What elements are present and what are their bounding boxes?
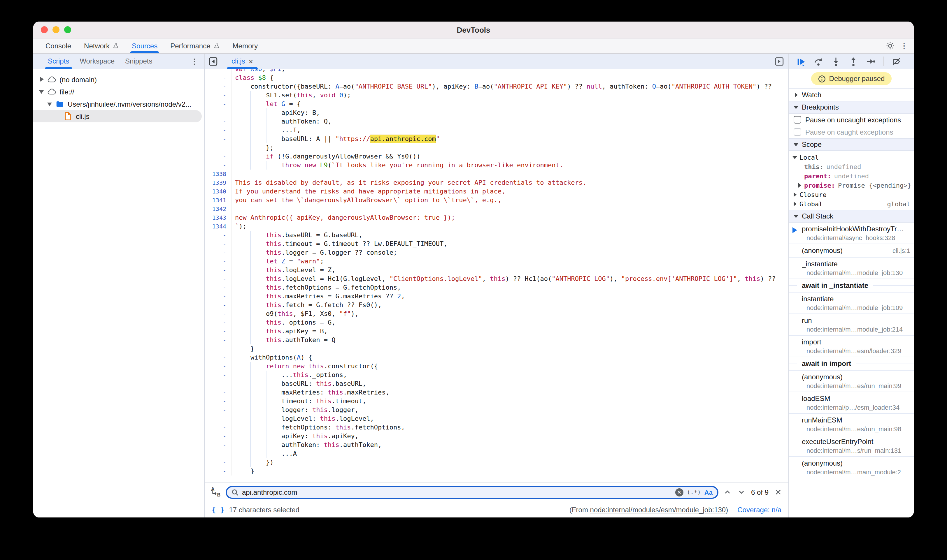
code-line-content[interactable]: this.logLevel = Z, xyxy=(231,266,788,274)
line-number[interactable]: - xyxy=(205,309,231,318)
tree-caret-icon[interactable] xyxy=(793,192,797,197)
code-line-content[interactable]: this.logger = G.logger ?? console; xyxy=(231,248,788,257)
panel-tab-network[interactable]: Network xyxy=(77,38,125,53)
code-line-content[interactable]: }; xyxy=(231,143,788,152)
code-line-content[interactable]: baseURL: A || "https://api.anthropic.com… xyxy=(231,135,788,143)
tree-caret-icon[interactable] xyxy=(793,155,797,160)
line-number[interactable]: - xyxy=(205,91,231,100)
code-line-content[interactable]: apiKey: this.apiKey, xyxy=(231,432,788,440)
navigator-more-icon[interactable]: ⋮ xyxy=(191,54,204,69)
code-line-content[interactable]: ...I, xyxy=(231,126,788,135)
code-line-content[interactable]: this.apiKey = B, xyxy=(231,327,788,335)
code-line-content[interactable]: $F1.set(this, void 0); xyxy=(231,91,788,100)
search-input[interactable] xyxy=(242,488,672,496)
line-number[interactable]: - xyxy=(205,126,231,135)
call-stack-frame[interactable]: importnode:internal/m…esm/loader:329 xyxy=(789,335,914,357)
line-number[interactable]: - xyxy=(205,74,231,82)
line-number[interactable]: - xyxy=(205,327,231,335)
line-number[interactable]: - xyxy=(205,135,231,143)
code-line-content[interactable]: class $8 { xyxy=(231,74,788,82)
line-number[interactable]: - xyxy=(205,301,231,309)
code-line-content[interactable] xyxy=(231,169,788,178)
code-line-content[interactable]: this.fetchOptions = G.fetchOptions, xyxy=(231,283,788,292)
line-number[interactable]: - xyxy=(205,292,231,301)
line-number[interactable]: 1341 xyxy=(205,196,231,205)
code-line-content[interactable]: throw new L9(`It looks like you're runni… xyxy=(231,161,788,169)
scope-row-this[interactable]: this:undefined xyxy=(789,162,914,171)
code-line-content[interactable]: you can set the \`dangerouslyAllowBrowse… xyxy=(231,196,788,205)
code-line-content[interactable]: This is disabled by default, as it risks… xyxy=(231,178,788,187)
pretty-print-icon[interactable]: { } xyxy=(212,506,224,514)
call-stack-frame[interactable]: (anonymous)cli.js:1 xyxy=(789,243,914,257)
line-number[interactable]: - xyxy=(205,414,231,423)
coverage-link[interactable]: Coverage: n/a xyxy=(737,506,781,514)
line-number[interactable]: - xyxy=(205,440,231,449)
line-number[interactable]: - xyxy=(205,257,231,266)
code-line-content[interactable]: this.authToken = Q xyxy=(231,335,788,345)
step-into-icon[interactable] xyxy=(831,56,841,66)
code-line-content[interactable]: if (!G.dangerouslyAllowBrowser && Ys0()) xyxy=(231,152,788,161)
code-line-content[interactable]: authToken: this.authToken, xyxy=(231,440,788,449)
line-number[interactable]: - xyxy=(205,248,231,257)
code-line-content[interactable]: baseURL: this.baseURL, xyxy=(231,379,788,388)
step-over-icon[interactable] xyxy=(813,56,824,66)
line-number[interactable]: - xyxy=(205,388,231,397)
scope-row-parent[interactable]: parent:undefined xyxy=(789,171,914,181)
settings-gear-icon[interactable] xyxy=(885,41,895,51)
line-number[interactable]: - xyxy=(205,143,231,152)
line-number[interactable]: - xyxy=(205,335,231,345)
line-number[interactable]: - xyxy=(205,240,231,248)
line-number[interactable]: 1343 xyxy=(205,213,231,222)
close-window-button[interactable] xyxy=(41,26,48,33)
resume-script-icon[interactable] xyxy=(796,56,806,66)
code-line-content[interactable]: apiKey: B, xyxy=(231,108,788,117)
line-number[interactable]: - xyxy=(205,161,231,169)
code-line-content[interactable]: logLevel: this.logLevel, xyxy=(231,414,788,423)
tree-item-file-[interactable]: file:// xyxy=(33,86,204,98)
code-line-content[interactable]: } xyxy=(231,467,788,475)
panel-tab-console[interactable]: Console xyxy=(39,38,77,53)
line-number[interactable]: - xyxy=(205,266,231,274)
code-line-content[interactable]: timeout: this.timeout, xyxy=(231,397,788,406)
checkbox[interactable] xyxy=(794,116,801,123)
code-line-content[interactable]: `); xyxy=(231,222,788,231)
minimize-window-button[interactable] xyxy=(52,26,60,33)
code-line-content[interactable]: let G = { xyxy=(231,100,788,108)
regex-toggle-icon[interactable]: (.*) xyxy=(687,489,701,495)
code-line-content[interactable]: } xyxy=(231,345,788,353)
scope-row-local[interactable]: Local xyxy=(789,153,914,162)
code-line-content[interactable]: maxRetries: this.maxRetries, xyxy=(231,388,788,397)
code-line-content[interactable]: this.maxRetries = G.maxRetries ?? 2, xyxy=(231,292,788,301)
line-number[interactable]: - xyxy=(205,283,231,292)
line-number[interactable]: - xyxy=(205,108,231,117)
call-stack-frame[interactable]: (anonymous)node:internal/m…main_module:2 xyxy=(789,456,914,478)
code-line-content[interactable]: var Xs0, $F1; xyxy=(231,69,788,74)
deactivate-breakpoints-icon[interactable] xyxy=(891,56,902,66)
line-number[interactable]: - xyxy=(205,152,231,161)
line-number[interactable]: - xyxy=(205,449,231,458)
call-stack-frame[interactable]: runMainESMnode:internal/m…es/run_main:98 xyxy=(789,413,914,435)
hide-navigator-icon[interactable] xyxy=(205,54,221,69)
code-line-content[interactable]: new Anthropic({ apiKey, dangerouslyAllow… xyxy=(231,213,788,222)
navigator-tab-snippets[interactable]: Snippets xyxy=(120,54,157,69)
call-stack-frame[interactable]: (anonymous)node:internal/m…es/run_main:9… xyxy=(789,370,914,392)
code-line-content[interactable]: this.baseURL = G.baseURL, xyxy=(231,231,788,240)
zoom-window-button[interactable] xyxy=(64,26,71,33)
line-number[interactable]: - xyxy=(205,467,231,475)
code-line-content[interactable]: o9(this, $F1, Xs0, "f"), xyxy=(231,309,788,318)
call-stack-frame[interactable]: _instantiatenode:internal/m…module_job:1… xyxy=(789,257,914,278)
panel-tab-memory[interactable]: Memory xyxy=(226,38,264,53)
step-icon[interactable] xyxy=(866,56,876,66)
line-number[interactable]: - xyxy=(205,458,231,467)
line-number[interactable]: 1342 xyxy=(205,205,231,213)
code-line-content[interactable]: ...A xyxy=(231,449,788,458)
tree-caret-icon[interactable] xyxy=(793,202,797,206)
tree-caret-icon[interactable] xyxy=(39,77,44,82)
show-debugger-panel-icon[interactable] xyxy=(775,54,788,69)
code-line-content[interactable]: withOptions(A) { xyxy=(231,353,788,362)
tree-caret-icon[interactable] xyxy=(47,102,52,107)
line-number[interactable]: - xyxy=(205,345,231,353)
scope-row-promise[interactable]: promise:Promise {<pending>} xyxy=(789,181,914,190)
code-line-content[interactable] xyxy=(231,205,788,213)
section-watch[interactable]: Watch xyxy=(789,88,914,101)
